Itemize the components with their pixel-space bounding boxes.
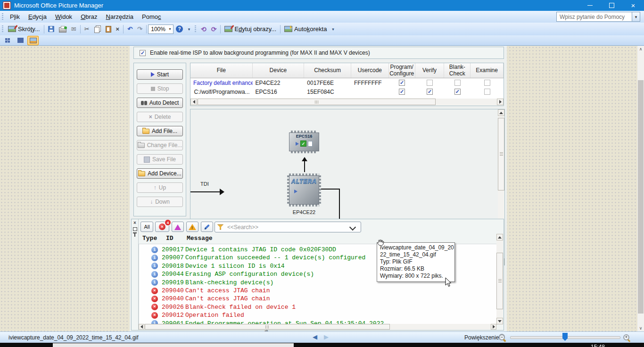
- header-examine[interactable]: Examine: [471, 63, 504, 78]
- print-button[interactable]: [57, 25, 69, 33]
- scroll-down-button[interactable]: ∨: [637, 325, 644, 331]
- zoom-in-icon[interactable]: +: [623, 334, 629, 340]
- log-row[interactable]: ×209026Blank-Check failed on device 1: [139, 303, 488, 311]
- chip-epcs16[interactable]: EPCS16 ✓: [289, 131, 319, 153]
- panel-close-icon[interactable]: ×: [132, 221, 137, 225]
- delete-button[interactable]: ×: [114, 25, 122, 33]
- thumbnail-view-button[interactable]: [2, 36, 13, 45]
- zoom-dropdown-icon[interactable]: ▾: [167, 27, 173, 31]
- messages-hscroll-thumb[interactable]: [145, 324, 390, 330]
- log-row[interactable]: ×209012Operation failed: [139, 311, 488, 319]
- header-file[interactable]: File: [190, 63, 253, 78]
- rotate-left-button[interactable]: ⟲: [198, 25, 209, 34]
- option-checkbox[interactable]: ✓: [454, 80, 461, 86]
- start-button[interactable]: Start: [137, 69, 183, 80]
- taskbar-app-button[interactable]: [53, 343, 294, 347]
- redo-button[interactable]: ↷: [135, 25, 145, 33]
- menu-widok[interactable]: Widok: [51, 12, 76, 22]
- close-button[interactable]: ×: [622, 0, 644, 11]
- scroll-left-button[interactable]: [190, 99, 197, 105]
- option-checkbox[interactable]: ✓: [427, 89, 433, 95]
- copy-button[interactable]: [92, 25, 103, 34]
- option-checkbox[interactable]: ✓: [399, 89, 405, 95]
- scroll-right-button[interactable]: [491, 324, 496, 330]
- menu-pomoc[interactable]: Pomoc: [138, 12, 165, 22]
- minimize-button[interactable]: [579, 0, 601, 11]
- log-row[interactable]: ×209040Can't access JTAG chain: [139, 295, 488, 303]
- table-hscroll-thumb[interactable]: [198, 99, 436, 105]
- add-device-button[interactable]: Add Device...: [137, 168, 183, 179]
- send-button[interactable]: ✉: [69, 25, 79, 33]
- log-row[interactable]: ×209040Can't access JTAG chain: [139, 287, 488, 295]
- scroll-up-button[interactable]: ∧: [637, 46, 644, 52]
- table-hscrollbar[interactable]: [190, 99, 504, 106]
- paste-button[interactable]: [103, 25, 114, 33]
- filter-critical-button[interactable]: [172, 222, 184, 232]
- chevron-down-icon[interactable]: [349, 224, 356, 231]
- table-row[interactable]: Factory default enhanced...EP4CE220017FE…: [190, 78, 504, 87]
- autocorrect-button[interactable]: Autokorekta: [282, 25, 329, 33]
- scroll-left-button[interactable]: [139, 324, 144, 330]
- save-button[interactable]: [46, 25, 57, 33]
- help-search-box[interactable]: Wpisz pytanie do Pomocy ▾: [556, 12, 640, 22]
- restore-button[interactable]: [601, 0, 622, 11]
- undo-button[interactable]: ↶: [125, 25, 135, 33]
- header-device[interactable]: Device: [253, 63, 305, 78]
- previous-picture-button[interactable]: ◀: [313, 333, 317, 340]
- add-file-button[interactable]: Add File...: [137, 126, 183, 136]
- header-program-configure[interactable]: Program/ Configure: [389, 63, 415, 78]
- toolbar2-grip[interactable]: [195, 25, 196, 33]
- option-checkbox[interactable]: ✓: [399, 80, 405, 86]
- filter-errors-button[interactable]: × 4: [155, 222, 169, 232]
- scroll-down-button[interactable]: [496, 318, 503, 324]
- header-usercode[interactable]: Usercode: [351, 63, 389, 78]
- main-scroll-thumb[interactable]: [638, 80, 644, 314]
- scroll-up-button[interactable]: [496, 234, 503, 240]
- option-checkbox[interactable]: ✓: [484, 89, 490, 95]
- zoom-out-icon[interactable]: −: [499, 334, 505, 340]
- option-checkbox[interactable]: ✓: [427, 80, 433, 86]
- messages-hscrollbar[interactable]: [139, 324, 496, 330]
- option-checkbox[interactable]: ✓: [454, 89, 461, 95]
- header-checksum[interactable]: Checksum: [304, 63, 351, 78]
- help-search-dropdown[interactable]: ▾: [632, 12, 640, 21]
- menu-plik[interactable]: Plik: [6, 12, 24, 22]
- toolbar-grip[interactable]: [2, 25, 3, 33]
- scroll-up-button[interactable]: [498, 109, 504, 116]
- cut-button[interactable]: ✂: [82, 25, 92, 33]
- rotate-right-button[interactable]: ⟳: [209, 25, 219, 34]
- shortcuts-button[interactable]: Skróty...: [6, 25, 42, 33]
- menubar-grip[interactable]: [2, 13, 3, 21]
- table-row[interactable]: C:/wolf/Programowa...EPCS1615EF084C✓✓✓✓: [190, 87, 504, 96]
- filter-warnings-button[interactable]: [186, 222, 198, 232]
- header-verify[interactable]: Verify: [415, 63, 445, 78]
- toolbar2-overflow-button[interactable]: ▾: [330, 28, 336, 30]
- messages-vscrollbar[interactable]: [496, 234, 503, 324]
- chain-vscroll-thumb[interactable]: [498, 118, 504, 190]
- edit-pictures-button[interactable]: Edytuj obrazy...: [222, 25, 279, 33]
- message-search-box[interactable]: <<Search>>: [215, 222, 361, 232]
- zoom-combo[interactable]: 100% ▾: [148, 25, 173, 34]
- scroll-right-button[interactable]: [497, 99, 504, 105]
- zoom-slider-thumb[interactable]: [562, 333, 568, 341]
- menu-obraz[interactable]: Obraz: [76, 12, 101, 22]
- single-view-button[interactable]: [27, 36, 39, 45]
- menu-narz-dzia[interactable]: Narzędzia: [102, 12, 138, 22]
- isp-checkbox[interactable]: ✓: [140, 50, 146, 56]
- filter-flag-button[interactable]: [201, 222, 213, 232]
- help-button[interactable]: ?: [173, 25, 185, 33]
- option-checkbox[interactable]: ✓: [484, 80, 490, 86]
- next-picture-button[interactable]: ▶: [324, 333, 329, 340]
- messages-vscroll-thumb[interactable]: [496, 253, 503, 309]
- filmstrip-view-button[interactable]: [15, 36, 26, 45]
- taskbar[interactable]: 15:48: [0, 343, 644, 347]
- panel-float-icon[interactable]: [133, 227, 137, 231]
- main-scrollbar[interactable]: ∧ ∨: [637, 46, 644, 331]
- toolbar-overflow-button[interactable]: ▾: [186, 28, 192, 30]
- panel-pin-icon[interactable]: [134, 233, 135, 237]
- auto-detect-button[interactable]: Auto Detect: [137, 98, 183, 108]
- filter-all-button[interactable]: All: [140, 222, 153, 232]
- menu-edycja[interactable]: Edycja: [24, 12, 51, 22]
- chip-ep4ce22[interactable]: ALTERA: [287, 174, 321, 207]
- header-blank-check[interactable]: Blank- Check: [444, 63, 471, 78]
